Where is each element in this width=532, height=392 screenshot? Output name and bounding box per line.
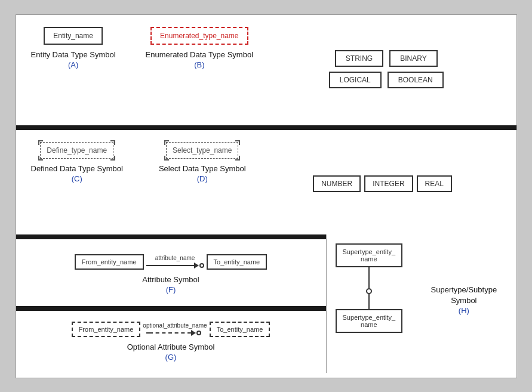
type-number: NUMBER <box>313 175 361 192</box>
type-real: REAL <box>417 175 452 192</box>
simple-types-row2: LOGICAL BOOLEAN <box>329 72 444 88</box>
opt-diagram: From_entity_name optional_attribute_name… <box>72 322 270 337</box>
type-logical: LOGICAL <box>329 72 382 88</box>
corner-bl <box>38 156 43 160</box>
supertype-connector: Supertype_entity_name Supertype_entity_n… <box>336 243 403 333</box>
entity-sublabel: (A) <box>68 60 78 69</box>
divider-left-2 <box>16 306 326 311</box>
select-corner-bl <box>164 156 169 160</box>
enum-label: Enumerated Data Type Symbol <box>146 50 253 60</box>
defined-label: Defined Data Type Symbol <box>31 163 123 174</box>
opt-sublabel: (G) <box>165 353 177 362</box>
middle-section: Define_type_name Defined Data Type Symbo… <box>16 130 516 234</box>
bottom-left: From_entity_name attribute_name To_entit… <box>16 234 327 373</box>
enum-box: Enumerated_type_name <box>150 27 248 45</box>
to-entity-box: To_entity_name <box>207 254 267 270</box>
entity-symbol-block: Entity_name Entity Data Type Symbol (A) <box>22 21 125 122</box>
type-string: STRING <box>335 50 383 67</box>
supertype-box-1: Supertype_entity_name <box>336 243 403 267</box>
number-types-row: NUMBER INTEGER REAL <box>313 175 452 192</box>
entity-label: Entity Data Type Symbol <box>31 50 116 60</box>
supertype-label-area: Supertype/Subtype Symbol (H) <box>420 243 507 333</box>
bottom-section: From_entity_name attribute_name To_entit… <box>16 234 516 373</box>
attr-panel: From_entity_name attribute_name To_entit… <box>16 239 326 306</box>
vertical-line-2 <box>368 294 370 309</box>
defined-sublabel: (C) <box>72 174 82 183</box>
select-corner-br <box>235 156 240 160</box>
entity-box: Entity_name <box>44 27 103 45</box>
select-symbol-block: Select_type_name Select Data Type Symbol… <box>150 136 255 232</box>
attr-sublabel: (F) <box>166 285 176 294</box>
vertical-line-1 <box>368 267 370 288</box>
select-corner-tr <box>235 140 240 145</box>
select-label: Select Data Type Symbol <box>159 163 246 174</box>
supertype-sublabel: (H) <box>459 306 469 315</box>
bottom-right: Supertype_entity_name Supertype_entity_n… <box>327 234 516 373</box>
main-container: Entity_name Entity Data Type Symbol (A) … <box>16 14 517 378</box>
type-integer: INTEGER <box>364 175 413 192</box>
select-sublabel: (D) <box>197 174 208 183</box>
defined-box: Define_type_name <box>40 142 113 159</box>
corner-tr <box>110 140 115 145</box>
opt-to-entity-box: To_entity_name <box>210 322 270 337</box>
corner-br <box>110 156 115 160</box>
attribute-name-label: attribute_name <box>155 255 195 261</box>
supertype-area: Supertype_entity_name Supertype_entity_n… <box>336 243 508 333</box>
top-section: Entity_name Entity Data Type Symbol (A) … <box>16 15 516 125</box>
simple-types-area: STRING BINARY LOGICAL BOOLEAN <box>262 21 510 122</box>
select-corner-tl <box>164 140 169 145</box>
enum-sublabel: (B) <box>194 60 204 69</box>
supertype-label: Supertype/Subtype Symbol <box>420 285 507 306</box>
select-box: Select_type_name <box>166 142 238 159</box>
select-box-wrap: Select_type_name <box>166 142 238 159</box>
defined-box-wrap: Define_type_name <box>40 142 113 159</box>
opt-label: Optional Attribute Symbol <box>127 342 215 353</box>
attr-label: Attribute Symbol <box>142 274 199 285</box>
opt-panel: From_entity_name optional_attribute_name… <box>16 311 326 376</box>
type-boolean: BOOLEAN <box>388 72 444 88</box>
type-binary: BINARY <box>389 50 437 67</box>
supertype-circle <box>366 288 372 294</box>
opt-attribute-name-label: optional_attribute_name <box>143 322 207 329</box>
corner-tl <box>38 140 43 145</box>
enum-symbol-block: Enumerated_type_name Enumerated Data Typ… <box>137 21 262 122</box>
from-entity-box: From_entity_name <box>75 254 144 270</box>
defined-symbol-block: Define_type_name Defined Data Type Symbo… <box>22 136 132 232</box>
divider-1 <box>16 125 516 130</box>
divider-left <box>16 234 326 239</box>
number-types-area: NUMBER INTEGER REAL <box>255 136 511 232</box>
opt-from-entity-box: From_entity_name <box>72 322 141 337</box>
attr-diagram: From_entity_name attribute_name To_entit… <box>75 254 267 270</box>
supertype-box-2: Supertype_entity_name <box>336 309 403 333</box>
simple-types-row1: STRING BINARY <box>335 50 438 67</box>
